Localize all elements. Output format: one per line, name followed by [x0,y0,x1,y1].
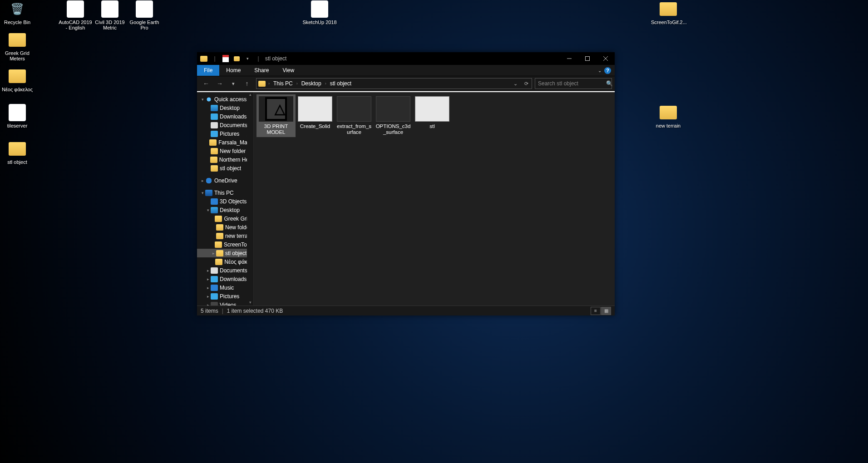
search-icon[interactable]: 🔍 [606,80,613,87]
chevron-right-icon[interactable]: › [267,81,271,86]
breadcrumb-segment[interactable]: This PC [271,79,295,89]
file-thumbnail [259,96,293,122]
search-input[interactable] [538,80,606,87]
nav-item[interactable]: new terrain [197,232,253,240]
file-item[interactable]: Create_Solid [296,94,335,131]
desktop-icon[interactable]: ScreenToGif.2... [651,0,686,25]
nav-scrollbar[interactable]: ▴ ▾ [247,91,253,305]
tab-file[interactable]: File [197,65,219,76]
nav-item[interactable]: Pictures [197,129,253,138]
nav-item[interactable]: Desktop [197,103,253,112]
nav-item[interactable]: ▸Documents [197,266,253,275]
nav-item[interactable]: 3D Objects [197,197,253,206]
nav-item[interactable]: stl object [197,164,253,172]
expand-icon[interactable]: ▸ [205,294,211,299]
folder-icon-small[interactable] [232,54,242,64]
back-button[interactable]: ← [200,78,212,89]
expand-icon[interactable]: ▾ [200,97,205,102]
quick-access-icon[interactable] [221,54,231,64]
chevron-right-icon[interactable]: › [296,81,299,86]
desktop[interactable]: 🗑️Recycle BinAutoCAD 2019 - EnglishCivil… [0,0,868,463]
desktop-icon[interactable]: Νέος φάκελος [0,67,35,92]
desktop-icon[interactable]: new terrain [651,103,686,128]
tab-share[interactable]: Share [247,65,276,76]
chevron-right-icon[interactable]: › [324,81,327,86]
nav-item[interactable]: Documents [197,121,253,129]
nav-item[interactable]: Downloads [197,112,253,121]
desktop-icon[interactable]: SketchUp 2018 [302,0,337,25]
nav-item-icon [211,302,218,306]
desktop-icon[interactable]: stl object [0,140,35,165]
expand-icon[interactable]: ▸ [205,277,211,281]
desktop-icon-label: SketchUp 2018 [302,20,337,25]
maximize-button[interactable] [578,52,597,65]
scroll-down-icon[interactable]: ▾ [247,299,253,305]
nav-item[interactable]: Northern Hemis [197,155,253,164]
nav-item[interactable]: ▸stl object [197,249,253,257]
refresh-button[interactable]: ⟳ [521,79,532,89]
search-box[interactable]: 🔍 [535,78,612,89]
navigation-pane[interactable]: ▾Quick accessDesktopDownloadsDocumentsPi… [197,91,254,305]
nav-item-icon [211,293,218,300]
tab-home[interactable]: Home [219,65,247,76]
file-item[interactable]: stl [413,94,452,131]
recent-locations-button[interactable]: ▾ [227,78,240,89]
nav-item[interactable]: ▸Videos [197,300,253,305]
nav-item-icon [205,177,212,184]
file-item[interactable]: 3D PRINT MODEL [256,94,296,137]
expand-icon[interactable]: ▸ [205,268,211,273]
breadcrumb-segment[interactable]: stl object [328,79,353,89]
minimize-button[interactable] [560,52,578,65]
address-dropdown-button[interactable]: ⌄ [510,79,521,89]
nav-item-label: Downloads [220,113,247,120]
nav-item[interactable]: Farsala_Master_O [197,138,253,147]
tab-view[interactable]: View [276,65,301,76]
nav-item[interactable]: ▸Music [197,283,253,292]
expand-icon[interactable]: ▸ [205,303,211,306]
nav-item[interactable]: ▸OneDrive [197,176,253,185]
nav-item[interactable]: ▾Quick access [197,95,253,103]
nav-item-label: Documents [220,267,247,274]
titlebar[interactable]: | ▾ | stl object [197,52,615,65]
nav-item[interactable]: Greek Grid Met [197,214,253,223]
content-pane[interactable]: 3D PRINT MODELCreate_Solidextract_from_s… [254,91,615,305]
forward-button[interactable]: → [213,78,226,89]
desktop-icon[interactable]: AutoCAD 2019 - English [58,0,93,30]
nav-item[interactable]: ▸Pictures [197,292,253,300]
close-button[interactable] [597,52,615,65]
desktop-icon[interactable]: tileserver [0,103,35,128]
nav-item[interactable]: New folder [197,147,253,155]
nav-item-icon [211,267,218,274]
expand-icon[interactable]: ▾ [205,208,211,212]
ribbon-expand-icon[interactable]: ⌄ [598,68,602,73]
nav-item[interactable]: Νέος φάκελος [197,257,253,266]
nav-item-label: Quick access [214,96,247,103]
nav-item[interactable]: ▾Desktop [197,206,253,214]
help-icon[interactable]: ? [604,67,611,74]
up-button[interactable]: ↑ [241,78,253,89]
nav-item[interactable]: New folder [197,223,253,232]
nav-item-label: This PC [214,190,234,196]
desktop-icon[interactable]: 🗑️Recycle Bin [0,0,35,25]
file-explorer-window[interactable]: | ▾ | stl object File Ho [197,52,615,315]
nav-item-icon [215,241,222,248]
scroll-up-icon[interactable]: ▴ [247,91,253,98]
nav-item[interactable]: ScreenToGif.2.1 [197,240,253,249]
breadcrumb-segment[interactable]: Desktop [300,79,323,89]
file-item[interactable]: extract_from_surface [335,94,374,137]
nav-item[interactable]: ▸Downloads [197,275,253,283]
desktop-icon[interactable]: Google Earth Pro [127,0,162,30]
details-view-button[interactable]: ≡ [591,307,601,315]
address-bar-row: ← → ▾ ↑ › This PC › Desktop › stl object… [197,76,615,91]
file-item[interactable]: OPTIONS_c3d_surface [374,94,413,137]
desktop-icon[interactable]: Greek Grid Meters [0,31,35,61]
expand-icon[interactable]: ▸ [211,251,216,256]
expand-icon[interactable]: ▾ [200,191,205,195]
qat-dropdown[interactable]: ▾ [242,54,252,64]
address-bar[interactable]: › This PC › Desktop › stl object ⌄ ⟳ [256,78,532,89]
desktop-icon[interactable]: Civil 3D 2019 Metric [93,0,127,30]
nav-item[interactable]: ▾This PC [197,188,253,197]
icons-view-button[interactable]: ▦ [601,307,611,315]
expand-icon[interactable]: ▸ [200,178,205,183]
expand-icon[interactable]: ▸ [205,286,211,290]
